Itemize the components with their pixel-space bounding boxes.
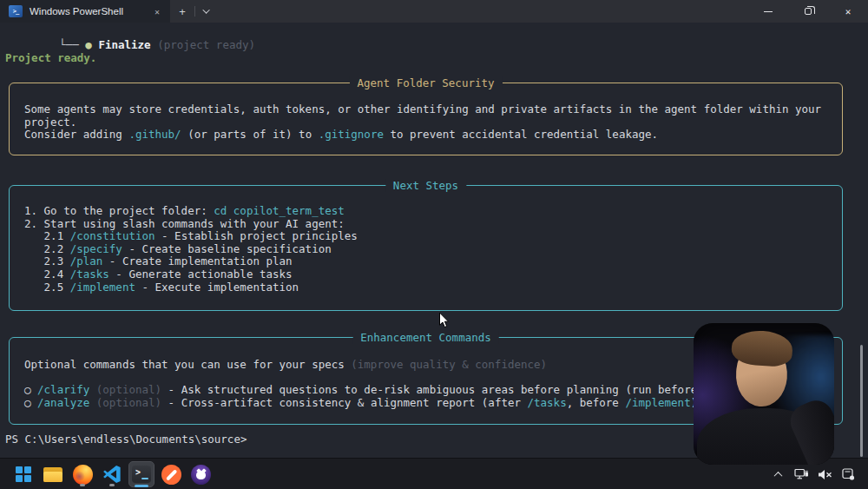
security-panel: Agent Folder Security Some agents may st… — [9, 83, 843, 155]
folder-icon — [43, 467, 62, 482]
restore-button[interactable] — [788, 0, 828, 23]
network-icon — [794, 468, 809, 480]
file-explorer-button[interactable] — [40, 461, 66, 487]
security-text: project. — [24, 116, 833, 129]
running-indicator — [80, 484, 85, 486]
next-steps-panel: Next Steps 1. Go to the project folder: … — [9, 185, 843, 311]
next-step: 2.5 /implement - Execute implementation — [24, 281, 833, 294]
prompt-line[interactable]: PS C:\Users\endless\Documents\source> — [5, 433, 247, 446]
tab-dropdown-button[interactable] — [195, 0, 220, 23]
firefox-icon — [73, 465, 93, 485]
close-button[interactable]: ✕ — [828, 0, 868, 23]
security-text: Consider adding .github/ (or parts of it… — [24, 129, 833, 142]
titlebar[interactable]: >_ Windows PowerShell ✕ + ✕ — [0, 0, 868, 23]
security-text: Some agents may store credentials, auth … — [24, 103, 833, 116]
postman-button[interactable] — [158, 461, 184, 487]
project-ready-message: Project ready. — [5, 52, 96, 65]
panel-title: Next Steps — [385, 179, 466, 192]
windows-logo-icon — [16, 466, 31, 482]
next-step: 2. Start using slash commands with your … — [24, 218, 833, 231]
device-tray-button[interactable] — [840, 466, 856, 482]
restore-icon — [805, 8, 812, 15]
running-indicator — [109, 484, 115, 486]
device-icon — [842, 468, 855, 480]
hidden-icons-button[interactable] — [770, 466, 786, 482]
github-desktop-button[interactable] — [187, 461, 214, 487]
next-step: 1. Go to the project folder: cd copilot_… — [24, 205, 833, 218]
firefox-button[interactable] — [69, 461, 95, 487]
chevron-up-icon — [773, 471, 782, 479]
vscode-button[interactable] — [99, 461, 125, 487]
close-tab-icon[interactable]: ✕ — [151, 6, 163, 17]
terminal-icon: > — [132, 466, 151, 483]
chevron-down-icon — [202, 6, 209, 13]
network-button[interactable] — [793, 466, 809, 482]
panel-title: Enhancement Commands — [352, 331, 499, 344]
postman-icon — [161, 465, 181, 485]
next-step: 2.2 /specify - Create baseline specifica… — [24, 243, 833, 256]
next-step: 2.1 /constitution - Establish project pr… — [24, 230, 833, 243]
volume-button[interactable] — [817, 466, 832, 482]
scrollbar-thumb[interactable] — [860, 345, 863, 457]
webcam-overlay — [694, 323, 834, 465]
minimize-button[interactable] — [748, 0, 788, 23]
next-step: 2.3 /plan - Create implementation plan — [24, 255, 833, 268]
tab-title: Windows PowerShell — [30, 6, 144, 17]
volume-muted-icon — [818, 469, 832, 480]
panel-title: Agent Folder Security — [349, 76, 502, 89]
powershell-icon: >_ — [9, 5, 23, 17]
taskbar-apps: > — [10, 459, 214, 489]
tab-windows-powershell[interactable]: >_ Windows PowerShell ✕ — [0, 0, 170, 23]
window-controls: ✕ — [748, 0, 868, 23]
minimize-icon — [764, 11, 773, 12]
new-tab-button[interactable]: + — [170, 0, 194, 23]
github-desktop-icon — [191, 465, 211, 485]
active-app-indicator — [135, 485, 148, 487]
windows-terminal-button[interactable]: > — [128, 461, 155, 487]
finalize-status-line: └── ● Finalize (project ready) — [7, 26, 255, 39]
desktop: >_ Windows PowerShell ✕ + ✕ └── ● Finali… — [0, 0, 868, 489]
next-step: 2.4 /tasks - Generate actionable tasks — [24, 268, 833, 281]
vscode-icon — [102, 465, 122, 484]
start-button[interactable] — [10, 461, 36, 487]
mouse-cursor — [438, 312, 450, 329]
status-dot-icon: ● — [85, 38, 98, 51]
